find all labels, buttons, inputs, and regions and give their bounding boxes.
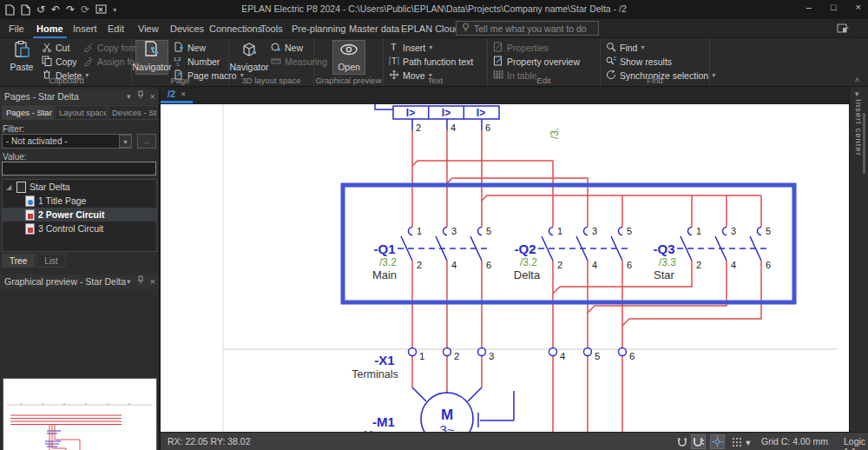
ribbon-collapse-icon[interactable]: ˄ (855, 76, 859, 84)
svg-text:3: 3 (176, 61, 180, 66)
maximize-button[interactable]: □ (831, 2, 837, 12)
dock-options-caret-icon[interactable]: ▾ (855, 89, 859, 98)
preview-thumbnail[interactable] (3, 379, 156, 450)
ribbon-group-find: Find ▾ Show results Synchronize selectio… (601, 38, 710, 86)
tell-me-search-input[interactable]: Tell me what you want to do (456, 21, 599, 36)
find-button[interactable]: Find ▾ (606, 41, 644, 54)
menu-devices[interactable]: Devices (167, 19, 207, 38)
menu-master-data[interactable]: Master data (345, 19, 403, 38)
motor-symbol[interactable] (412, 387, 514, 432)
find-group-label: Find (601, 76, 709, 85)
svg-text:4: 4 (560, 351, 566, 361)
filter-dropdown-icon[interactable]: ▾ (119, 135, 132, 148)
vertical-scrollbar[interactable] (863, 113, 865, 174)
svg-text:1: 1 (696, 226, 701, 236)
grid-display-icon[interactable] (729, 434, 744, 449)
tab-devices[interactable]: Devices - Star .. (108, 105, 157, 120)
tree-item-title-page[interactable]: 1 Title Page (3, 194, 156, 208)
tree-root-label: Star Delta (30, 182, 70, 192)
page-number-button[interactable]: 1,23 Number (174, 55, 220, 68)
cut-button[interactable]: Cut (42, 41, 69, 54)
find-icon (606, 42, 616, 54)
show-results-button[interactable]: Show results (606, 55, 672, 68)
schematic-canvas[interactable]: I> I> I> 2 4 6 /3. (161, 104, 849, 432)
svg-text:2: 2 (417, 260, 422, 270)
menu-file[interactable]: File (5, 19, 28, 38)
svg-text:5: 5 (595, 351, 600, 361)
tab-close-icon[interactable]: × (181, 89, 186, 99)
filter-combobox[interactable]: - Not activated - (2, 134, 132, 149)
ribbon-group-graphical-preview: Open Graphical preview (314, 38, 384, 86)
paste-label: Paste (10, 62, 34, 72)
menu-view[interactable]: View (135, 19, 162, 38)
page-navigator-button[interactable]: Navigator (135, 40, 168, 75)
svg-text:1: 1 (419, 351, 424, 361)
ribbon-group-edit: Properties Property overview In table Ed… (488, 38, 601, 86)
breaker-pins: 2 4 6 (416, 122, 490, 133)
page-new-button[interactable]: New (174, 41, 206, 54)
menu-home[interactable]: Home (33, 19, 67, 38)
layout3d-navigator-button[interactable]: Navigator (233, 40, 266, 75)
q3-ref: /3.3 (659, 256, 676, 268)
q3-caption: Star (654, 268, 675, 281)
layout-panel-icon[interactable] (837, 22, 849, 37)
preview-open-button[interactable]: Open (332, 40, 365, 75)
panel-close-icon[interactable]: × (150, 275, 155, 289)
q2-ref: /3.2 (520, 256, 537, 268)
grid-size-indicator[interactable]: Grid C: 4.00 mm (761, 436, 828, 447)
svg-text:4: 4 (731, 260, 736, 270)
tab-list[interactable]: List (36, 254, 66, 268)
text-insert-button[interactable]: T Insert ▾ (389, 41, 432, 54)
text-insert-label: Insert (403, 43, 425, 53)
tree-item-control-circuit[interactable]: 3 Control Circuit (3, 222, 156, 235)
panel-menu-caret-icon[interactable]: ▾ (127, 89, 131, 104)
layout3d-new-button[interactable]: New (271, 41, 303, 54)
minimize-button[interactable]: – (806, 2, 812, 12)
menu-tools[interactable]: Tools (257, 19, 286, 38)
panel-close-icon[interactable]: × (150, 89, 155, 104)
menu-edit[interactable]: Edit (104, 19, 128, 38)
preview-group-label: Graphical preview (314, 76, 383, 85)
properties-button[interactable]: Properties (493, 41, 549, 54)
svg-text:2: 2 (454, 351, 459, 361)
tree-item-power-circuit[interactable]: 2 Power Circuit (3, 208, 156, 222)
close-button[interactable]: × (856, 2, 861, 12)
menu-eplan-cloud[interactable]: EPLAN Cloud (398, 19, 464, 38)
lightbulb-icon (462, 21, 470, 36)
svg-text:3: 3 (731, 226, 736, 236)
clipboard-group-label: Clipboard (2, 76, 131, 85)
tab-tree[interactable]: Tree (2, 254, 35, 268)
snap-to-grid-icon[interactable] (691, 434, 706, 449)
value-input[interactable] (2, 162, 156, 175)
project-icon (16, 182, 26, 193)
pin-icon[interactable] (137, 275, 144, 289)
tab-pages[interactable]: Pages - Star D... (2, 105, 54, 120)
application-window: ↺ ↶ ↷ ⟳ ▾ EPLAN Electric P8 2024 - C:\Us… (0, 0, 868, 450)
pin-icon[interactable] (137, 89, 144, 104)
crosshair-icon[interactable] (710, 434, 725, 449)
logic-scale-indicator[interactable]: Logic 1:1 (844, 436, 868, 450)
page-icon-control (25, 223, 35, 235)
document-tab-page2[interactable]: /2 × (161, 87, 193, 103)
tree-root-star-delta[interactable]: ◢ Star Delta (3, 180, 156, 194)
svg-text:2: 2 (696, 260, 701, 270)
breaker-symbol-text: I> I> I> (406, 107, 485, 119)
expander-icon[interactable]: ◢ (4, 183, 13, 191)
copy-button[interactable]: Copy (42, 55, 77, 68)
grid-caret-icon[interactable]: ▾ (744, 434, 753, 449)
path-function-text-button[interactable]: T Path function text (389, 55, 473, 68)
filter-more-button[interactable]: ... (137, 134, 156, 149)
pages-panel-header[interactable]: Pages - Star Delta ▾ × (0, 89, 159, 104)
tab-layout-space[interactable]: Layout space -... (55, 105, 107, 120)
panel-menu-caret-icon[interactable]: ▾ (127, 275, 131, 289)
menu-insert[interactable]: Insert (69, 19, 101, 38)
paste-button[interactable]: Paste (5, 40, 38, 75)
tree-list-tabs: Tree List (2, 254, 66, 268)
terminal-pin-numbers: 1 2 3 4 5 6 (419, 351, 635, 361)
snap-icon[interactable] (674, 434, 689, 449)
menu-pre-planning[interactable]: Pre-planning (288, 19, 349, 38)
property-overview-button[interactable]: Property overview (493, 55, 580, 68)
svg-text:5: 5 (486, 226, 491, 236)
pages-panel-title: Pages - Star Delta (4, 91, 79, 102)
preview-panel-header[interactable]: Graphical preview - Star Delta ▾ × (0, 275, 159, 289)
